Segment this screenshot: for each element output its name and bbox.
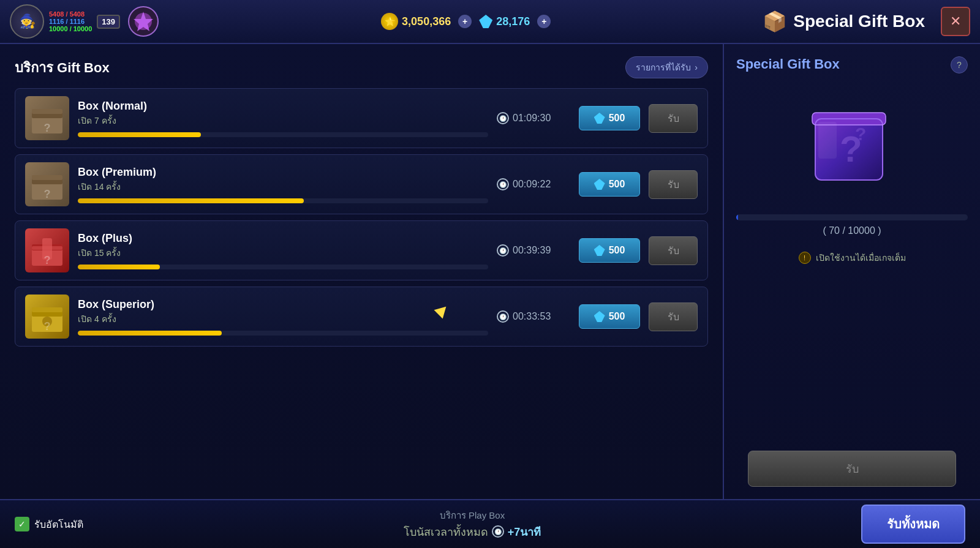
playbox-info: บริการ Play Box โบนัสเวลาทั้งหมด 🕐 +7นาท… — [96, 508, 849, 541]
header: 🧙 5408 / 5408 1116 / 1116 10000 / 10000 … — [0, 0, 980, 44]
rank-icon — [127, 6, 159, 37]
timer-plus: 🕐 00:39:39 — [497, 244, 570, 257]
auto-receive-section: ✓ รับอัตโนมัติ — [15, 517, 83, 532]
buy-button-premium[interactable]: 500 — [579, 172, 640, 197]
svg-text:?: ? — [44, 320, 51, 332]
box-thumb-superior: ? — [25, 295, 69, 339]
gift-box-3d: ? ? — [803, 94, 901, 192]
svg-rect-9 — [32, 175, 62, 180]
coin-display: ⭐ 3,050,366 — [381, 13, 451, 30]
records-button[interactable]: รายการที่ได้รับ › — [625, 56, 708, 78]
hp-stat: 5408 / 5408 — [49, 10, 92, 18]
add-diamonds-button[interactable]: + — [537, 15, 551, 28]
clock-icon-normal: 🕐 — [497, 112, 509, 124]
right-progress-section: ( 70 / 10000 ) — [736, 214, 968, 236]
box-name-normal: Box (Normal) — [78, 100, 488, 113]
svg-rect-28 — [818, 122, 837, 159]
currency-area: ⭐ 3,050,366 + 28,176 + — [169, 13, 763, 30]
bonus-label: โบนัสเวลาทั้งหมด — [404, 523, 488, 541]
progress-fill-normal — [78, 132, 201, 137]
progress-fill-premium — [78, 198, 304, 203]
coin-icon: ⭐ — [381, 13, 398, 30]
progress-bg-premium — [78, 198, 488, 203]
box-thumb-premium: ? — [25, 162, 69, 206]
diamond-icon-plus — [594, 245, 605, 256]
svg-rect-18 — [32, 307, 62, 312]
box-info-normal: Box (Normal) เปิด 7 ครั้ง — [78, 100, 488, 137]
progress-bg-normal — [78, 132, 488, 137]
box-list: ? Box (Normal) เปิด 7 ครั้ง 🕐 01:09:30 — [15, 88, 708, 347]
help-button[interactable]: ? — [951, 56, 968, 73]
timer-normal: 🕐 01:09:30 — [497, 112, 570, 124]
timer-superior: 🕐 00:33:53 — [497, 310, 570, 323]
unlock-hint: ! เปิดใช้งานได้เมื่อเกจเต็ม — [799, 251, 906, 265]
bottom-bar: ✓ รับอัตโนมัติ บริการ Play Box โบนัสเวลา… — [0, 499, 980, 548]
box-info-superior: Box (Superior) เปิด 4 ครั้ง — [78, 298, 488, 336]
window-title: Special Gift Box — [793, 12, 925, 31]
svg-rect-14 — [32, 246, 62, 250]
clock-icon-plus: 🕐 — [497, 244, 509, 257]
box-info-premium: Box (Premium) เปิด 14 ครั้ง — [78, 166, 488, 203]
box-thumb-normal: ? — [25, 96, 69, 140]
right-progress-bar-fill — [736, 214, 738, 220]
left-panel: บริการ Gift Box รายการที่ได้รับ › ? — [0, 44, 723, 499]
progress-bg-plus — [78, 265, 488, 269]
buy-button-plus[interactable]: 500 — [579, 238, 640, 263]
diamond-icon-superior — [594, 311, 605, 322]
right-progress-bar-bg — [736, 214, 968, 220]
bonus-value: +7นาที — [508, 523, 541, 541]
svg-text:?: ? — [44, 254, 51, 266]
xp-stat: 10000 / 10000 — [49, 25, 92, 32]
progress-bg-superior — [78, 331, 488, 336]
timer-premium: 🕐 00:09:22 — [497, 178, 570, 190]
box-item-normal: ? Box (Normal) เปิด 7 ครั้ง 🕐 01:09:30 — [15, 88, 708, 148]
panel-title: บริการ Gift Box — [15, 57, 110, 78]
playbox-bonus: โบนัสเวลาทั้งหมด 🕐 +7นาที — [96, 523, 849, 541]
diamond-icon-premium — [594, 179, 605, 190]
clock-icon-superior: 🕐 — [497, 310, 509, 323]
box-name-premium: Box (Premium) — [78, 166, 488, 179]
box-item-superior: ? Box (Superior) เปิด 4 ครั้ง 🕐 00:33:53 — [15, 287, 708, 347]
box-count-superior: เปิด 4 ครั้ง — [78, 312, 488, 326]
receive-button-superior: รับ — [649, 302, 698, 331]
auto-receive-label: รับอัตโนมัติ — [34, 517, 83, 532]
receive-button-plus: รับ — [649, 236, 698, 265]
diamond-display: 28,176 — [479, 15, 530, 28]
svg-text:?: ? — [44, 122, 51, 134]
progress-fill-superior — [78, 331, 222, 336]
player-stats: 5408 / 5408 1116 / 1116 10000 / 10000 — [49, 10, 92, 32]
receive-all-button[interactable]: รับทั้งหมด — [861, 505, 965, 544]
box-name-superior: Box (Superior) — [78, 298, 488, 311]
bonus-clock-icon: 🕐 — [492, 525, 504, 538]
box-count-plus: เปิด 15 ครั้ง — [78, 246, 488, 260]
gift-box-svg: ? ? — [803, 94, 901, 192]
mp-stat: 1116 / 1116 — [49, 18, 92, 25]
box-thumb-plus: ? — [25, 228, 69, 272]
auto-receive-checkbox[interactable]: ✓ — [15, 517, 29, 531]
box-item-premium: ? Box (Premium) เปิด 14 ครั้ง 🕐 00:09:22 — [15, 154, 708, 214]
right-panel-title: Special Gift Box — [736, 56, 840, 72]
panel-header: บริการ Gift Box รายการที่ได้รับ › — [15, 56, 708, 78]
box-count-normal: เปิด 7 ครั้ง — [78, 114, 488, 127]
clock-icon-premium: 🕐 — [497, 178, 509, 190]
box-name-plus: Box (Plus) — [78, 232, 488, 245]
progress-fill-plus — [78, 265, 160, 269]
svg-rect-5 — [32, 109, 62, 114]
receive-button-normal: รับ — [649, 104, 698, 133]
gift-box-header-icon: 📦 — [763, 10, 787, 33]
buy-button-superior[interactable]: 500 — [579, 304, 640, 329]
info-icon: ! — [799, 252, 811, 264]
avatar: 🧙 — [10, 4, 44, 39]
progress-text: ( 70 / 10000 ) — [736, 225, 968, 236]
add-coins-button[interactable]: + — [458, 15, 472, 28]
buy-button-normal[interactable]: 500 — [579, 106, 640, 130]
receive-button-premium: รับ — [649, 170, 698, 199]
right-panel: Special Gift Box ? ? ? — [723, 44, 980, 499]
playbox-title: บริการ Play Box — [96, 508, 849, 523]
svg-text:?: ? — [44, 188, 51, 200]
diamond-icon — [479, 15, 492, 28]
box-info-plus: Box (Plus) เปิด 15 ครั้ง — [78, 232, 488, 269]
box-count-premium: เปิด 14 ครั้ง — [78, 180, 488, 193]
level-badge: 139 — [97, 15, 120, 29]
close-button[interactable]: ✕ — [941, 7, 970, 36]
